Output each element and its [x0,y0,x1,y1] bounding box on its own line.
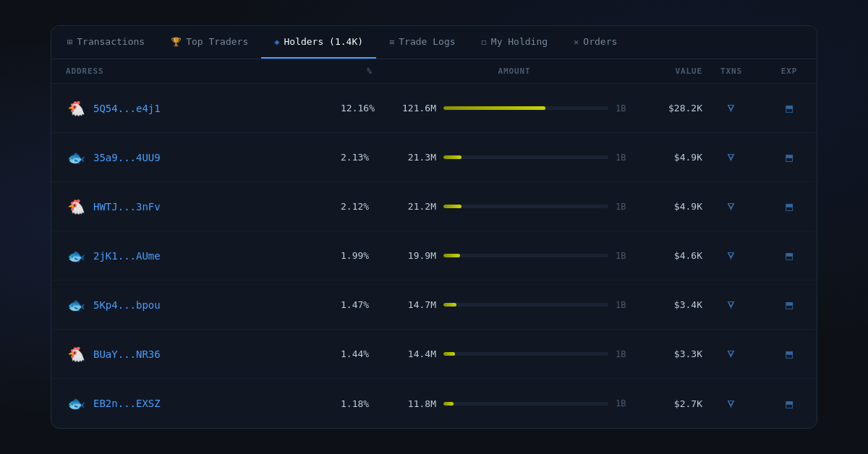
exp-cell: ⬒ [760,101,817,115]
exp-cell: ⬒ [760,150,817,164]
exp-cell: ⬒ [760,397,817,411]
col-txns: TXNS [702,67,760,76]
top-traders-icon: 🏆 [171,37,182,47]
progress-bar [443,106,608,110]
table-body: 🐔 5Q54...e4j1 12.16% 121.6M 1B $28.2K ⛛ … [51,84,817,428]
amount-value: 21.2M [399,201,436,212]
amount-cell: 14.7M 1B [399,299,630,310]
address-cell: 🐟 35a9...4UU9 [66,147,341,168]
progress-bar-fill [443,155,461,159]
address-link[interactable]: 5Q54...e4j1 [93,103,161,114]
main-panel: ⊞ Transactions 🏆 Top Traders ◈ Holders (… [51,25,817,429]
col-pct: % [341,67,399,76]
filter-icon[interactable]: ⛛ [726,200,737,213]
amount-max: 1B [616,349,630,359]
filter-icon[interactable]: ⛛ [726,249,737,262]
amount-cell: 19.9M 1B [399,250,630,261]
transactions-icon: ⊞ [67,37,72,47]
external-link-icon[interactable]: ⬒ [786,249,793,262]
tab-my-holding[interactable]: ◻ My Holding [469,26,561,59]
tab-holders[interactable]: ◈ Holders (1.4K) [261,26,376,59]
table-row: 🐔 5Q54...e4j1 12.16% 121.6M 1B $28.2K ⛛ … [51,84,817,133]
value-cell: $28.2K [630,103,702,113]
table-row: 🐟 2jK1...AUme 1.99% 19.9M 1B $4.6K ⛛ ⬒ [51,231,817,280]
progress-bar-fill [443,106,545,110]
amount-max: 1B [616,103,630,113]
table-row: 🐟 5Kp4...bpou 1.47% 14.7M 1B $3.4K ⛛ ⬒ [51,280,817,330]
progress-bar-fill [443,205,461,208]
address-cell: 🐟 5Kp4...bpou [66,295,341,315]
tab-transactions[interactable]: ⊞ Transactions [54,26,158,59]
filter-icon[interactable]: ⛛ [726,347,737,361]
table-row: 🐔 HWTJ...3nFv 2.12% 21.2M 1B $4.9K ⛛ ⬒ [51,182,817,231]
progress-bar [443,205,608,208]
amount-max: 1B [616,251,630,261]
avatar: 🐟 [66,393,86,414]
col-amount: AMOUNT [399,67,630,76]
filter-icon[interactable]: ⛛ [726,298,737,312]
value-cell: $4.6K [630,250,702,261]
external-link-icon[interactable]: ⬒ [786,397,793,411]
amount-value: 121.6M [399,103,436,113]
avatar: 🐔 [66,344,86,364]
filter-icon[interactable]: ⛛ [726,397,737,411]
amount-cell: 14.4M 1B [399,348,630,359]
txns-cell: ⛛ [702,397,760,411]
address-cell: 🐟 2jK1...AUme [66,246,341,266]
address-link[interactable]: 2jK1...AUme [93,250,161,262]
external-link-icon[interactable]: ⬒ [786,101,793,115]
value-cell: $4.9K [630,201,702,212]
filter-icon[interactable]: ⛛ [726,101,737,115]
table-header: ADDRESS % AMOUNT VALUE TXNS EXP [51,59,817,84]
txns-cell: ⛛ [702,200,760,213]
tab-top-traders[interactable]: 🏆 Top Traders [158,26,261,59]
pct-cell: 2.12% [341,201,399,212]
txns-cell: ⛛ [702,249,760,262]
external-link-icon[interactable]: ⬒ [786,150,793,164]
amount-cell: 21.3M 1B [399,152,630,163]
value-cell: $3.4K [630,299,702,310]
exp-cell: ⬒ [760,249,817,262]
address-link[interactable]: HWTJ...3nFv [93,201,161,213]
value-cell: $3.3K [630,348,702,359]
amount-value: 19.9M [399,250,436,261]
address-cell: 🐔 HWTJ...3nFv [66,197,341,217]
progress-bar [443,155,608,159]
address-link[interactable]: BUaY...NR36 [93,348,161,360]
amount-value: 21.3M [399,152,436,163]
exp-cell: ⬒ [760,200,817,213]
txns-cell: ⛛ [702,101,760,115]
filter-icon[interactable]: ⛛ [726,150,737,164]
pct-cell: 1.99% [341,250,399,261]
address-link[interactable]: 5Kp4...bpou [93,299,161,311]
address-link[interactable]: EB2n...EXSZ [93,398,161,409]
progress-bar-fill [443,352,455,356]
tab-trade-logs[interactable]: ≡ Trade Logs [376,26,469,59]
amount-value: 14.7M [399,299,436,310]
amount-cell: 11.8M 1B [399,398,630,409]
txns-cell: ⛛ [702,150,760,164]
avatar: 🐔 [66,197,86,217]
progress-bar [443,254,608,257]
address-link[interactable]: 35a9...4UU9 [93,152,161,163]
external-link-icon[interactable]: ⬒ [786,200,793,213]
avatar: 🐔 [66,98,86,119]
external-link-icon[interactable]: ⬒ [786,347,793,361]
address-cell: 🐔 5Q54...e4j1 [66,98,341,119]
avatar: 🐟 [66,246,86,266]
pct-cell: 1.18% [341,398,399,409]
progress-bar-fill [443,402,454,406]
orders-icon: ✕ [574,37,579,47]
exp-cell: ⬒ [760,298,817,312]
address-cell: 🐔 BUaY...NR36 [66,344,341,364]
amount-max: 1B [616,202,630,212]
tab-orders[interactable]: ✕ Orders [561,26,630,59]
table-row: 🐟 35a9...4UU9 2.13% 21.3M 1B $4.9K ⛛ ⬒ [51,133,817,182]
avatar: 🐟 [66,147,86,168]
progress-bar [443,352,608,356]
amount-cell: 21.2M 1B [399,201,630,212]
txns-cell: ⛛ [702,347,760,361]
tab-bar: ⊞ Transactions 🏆 Top Traders ◈ Holders (… [51,26,817,59]
external-link-icon[interactable]: ⬒ [786,298,793,312]
trade-logs-icon: ≡ [389,37,394,47]
